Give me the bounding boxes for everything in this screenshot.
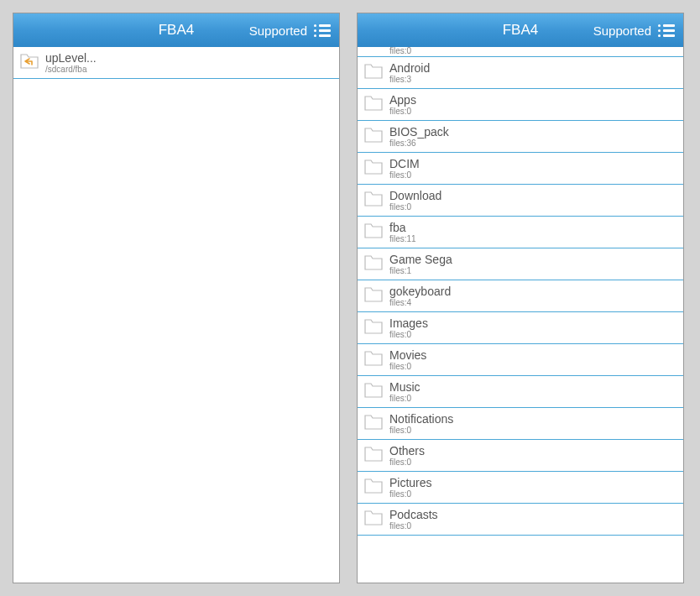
- item-name: Apps: [389, 93, 416, 107]
- folder-icon: [364, 510, 383, 529]
- folder-icon: [364, 383, 383, 401]
- folder-icon: [364, 64, 383, 82]
- item-name: BIOS_pack: [389, 125, 449, 139]
- item-files-count: files:0: [389, 426, 453, 436]
- app-header: FBA4 Supported: [13, 13, 339, 47]
- item-name: fba: [389, 221, 416, 234]
- item-files-count: files:4: [389, 298, 451, 308]
- list-item[interactable]: Othersfiles:0: [358, 440, 683, 472]
- folder-icon: [364, 223, 383, 242]
- item-files-count: files:36: [389, 139, 449, 149]
- list-item[interactable]: Moviesfiles:0: [358, 344, 683, 376]
- header-actions: Supported: [249, 24, 331, 38]
- supported-button[interactable]: Supported: [593, 24, 651, 38]
- folder-icon: [364, 255, 383, 274]
- item-name: Music: [389, 380, 421, 394]
- item-files-count: files:0: [389, 394, 421, 404]
- folder-icon: [364, 351, 383, 369]
- folder-icon: [364, 415, 383, 433]
- menu-list-icon[interactable]: [314, 24, 331, 37]
- up-folder-icon: [20, 54, 39, 72]
- list-item[interactable]: Imagesfiles:0: [358, 312, 683, 344]
- folder-icon: [364, 159, 383, 178]
- screen-right: FBA4 Supported files:0 Androidfiles:3App…: [357, 13, 684, 583]
- item-files-count: files:0: [389, 457, 425, 468]
- list-item[interactable]: gokeyboardfiles:4: [358, 280, 683, 312]
- folder-icon: [364, 287, 383, 306]
- list-item[interactable]: BIOS_packfiles:36: [358, 121, 683, 153]
- item-name: Notifications: [389, 412, 453, 426]
- list-item-up[interactable]: upLevel... /sdcard/fba: [13, 47, 339, 79]
- list-item[interactable]: DCIMfiles:0: [358, 153, 683, 185]
- list-item[interactable]: Downloadfiles:0: [358, 185, 683, 217]
- item-name: Pictures: [389, 476, 432, 489]
- folder-icon: [364, 447, 383, 465]
- item-files-count: files:1: [389, 266, 452, 276]
- item-name: Download: [389, 189, 441, 202]
- item-files-count: files:0: [389, 521, 438, 531]
- list-item[interactable]: Notificationsfiles:0: [358, 408, 683, 440]
- list-item-partial[interactable]: files:0: [358, 47, 683, 57]
- file-list[interactable]: files:0 Androidfiles:3Appsfiles:0BIOS_pa…: [358, 47, 683, 583]
- item-files-count: files:0: [389, 202, 441, 212]
- item-name: Others: [389, 444, 425, 457]
- app-title: FBA4: [159, 22, 195, 39]
- list-item[interactable]: Picturesfiles:0: [358, 472, 683, 504]
- folder-icon: [364, 96, 383, 114]
- list-item[interactable]: Podcastsfiles:0: [358, 504, 683, 536]
- item-files-count: files:0: [389, 47, 411, 55]
- item-files-count: files:0: [389, 362, 426, 372]
- app-title: FBA4: [503, 22, 539, 39]
- list-item[interactable]: Musicfiles:0: [358, 376, 683, 408]
- folder-icon: [364, 319, 383, 337]
- item-files-count: files:0: [389, 107, 416, 117]
- item-files-count: files:3: [389, 75, 430, 85]
- item-name: upLevel...: [45, 51, 97, 65]
- item-name: Game Sega: [389, 253, 452, 266]
- item-files-count: files:0: [389, 330, 428, 340]
- app-header: FBA4 Supported: [358, 13, 683, 47]
- item-name: Images: [389, 316, 428, 330]
- item-name: Podcasts: [389, 508, 438, 521]
- item-files-count: files:11: [389, 234, 416, 244]
- item-files-count: files:0: [389, 170, 420, 180]
- list-item[interactable]: fbafiles:11: [358, 217, 683, 248]
- menu-list-icon[interactable]: [658, 24, 675, 37]
- file-list: upLevel... /sdcard/fba: [13, 47, 339, 583]
- item-name: Movies: [389, 348, 426, 362]
- folder-icon: [364, 128, 383, 146]
- item-name: Android: [389, 61, 430, 75]
- folder-icon: [364, 478, 383, 497]
- list-item[interactable]: Androidfiles:3: [358, 57, 683, 89]
- list-item[interactable]: Appsfiles:0: [358, 89, 683, 121]
- header-actions: Supported: [593, 24, 675, 38]
- folder-icon: [364, 191, 383, 210]
- supported-button[interactable]: Supported: [249, 24, 307, 38]
- screen-left: FBA4 Supported upLevel... /sdcard/fba: [13, 13, 340, 583]
- item-path: /sdcard/fba: [45, 65, 97, 75]
- item-files-count: files:0: [389, 489, 432, 499]
- list-item[interactable]: Game Segafiles:1: [358, 248, 683, 280]
- item-name: gokeyboard: [389, 285, 451, 298]
- item-name: DCIM: [389, 157, 420, 170]
